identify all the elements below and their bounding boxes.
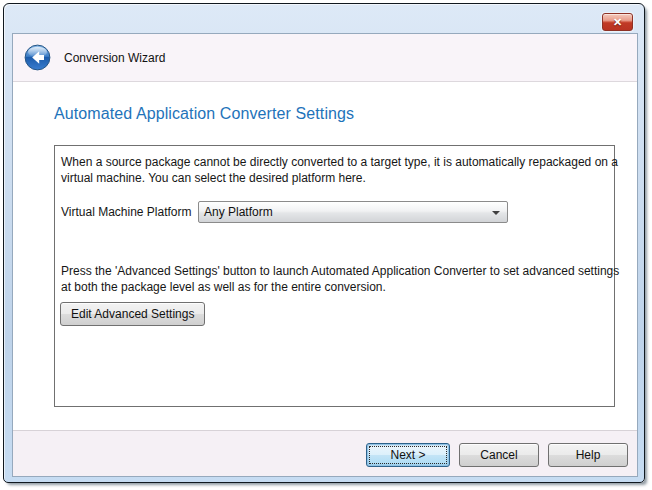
platform-row: Virtual Machine Platform Any Platform: [61, 201, 508, 223]
platform-description: When a source package cannot be directly…: [61, 154, 609, 186]
window-title-bar[interactable]: ✕: [4, 4, 644, 33]
wizard-header: Conversion Wizard: [13, 34, 637, 82]
advanced-description: Press the 'Advanced Settings' button to …: [61, 263, 609, 295]
advanced-description-line2: at both the package level as well as for…: [61, 279, 609, 295]
wizard-content: Automated Application Converter Settings…: [13, 83, 637, 430]
back-button[interactable]: [24, 44, 51, 71]
close-icon[interactable]: ✕: [602, 13, 633, 31]
page-title: Automated Application Converter Settings: [54, 105, 354, 123]
help-button[interactable]: Help: [548, 443, 628, 467]
advanced-description-line1: Press the 'Advanced Settings' button to …: [61, 263, 609, 279]
wizard-window: ✕: [3, 3, 645, 483]
next-button[interactable]: Next >: [366, 443, 450, 467]
cancel-button[interactable]: Cancel: [459, 443, 539, 467]
platform-label: Virtual Machine Platform: [61, 205, 198, 219]
platform-description-line2: virtual machine. You can select the desi…: [61, 170, 609, 186]
wizard-dialog: Conversion Wizard Automated Application …: [12, 33, 638, 477]
edit-advanced-settings-button[interactable]: Edit Advanced Settings: [60, 302, 205, 326]
platform-description-line1: When a source package cannot be directly…: [61, 154, 609, 170]
wizard-footer: Next > Cancel Help: [13, 430, 637, 477]
virtual-machine-platform-dropdown[interactable]: Any Platform: [198, 201, 508, 223]
wizard-title: Conversion Wizard: [64, 51, 165, 65]
dropdown-selected-value: Any Platform: [204, 205, 273, 219]
chevron-down-icon: [492, 211, 500, 215]
settings-groupbox: When a source package cannot be directly…: [54, 145, 615, 407]
